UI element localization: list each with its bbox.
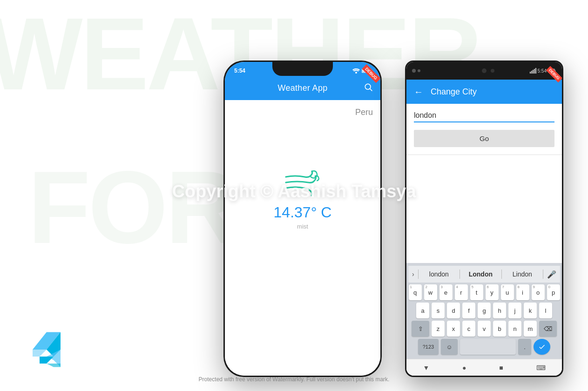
phone2-top-bar: 5:54 DEBUG [406,62,562,80]
keyboard-row-4: ?123 ☺ . [408,339,560,355]
phone2-status-left [412,69,420,73]
phone2-content: Go › london London Lindon [406,104,562,376]
phone2-app-title: Change City [431,87,477,97]
svg-marker-5 [47,364,61,367]
key-o[interactable]: 9o [532,284,545,300]
phone1-temperature: 14.37° C [274,204,332,221]
key-v[interactable]: v [478,321,491,337]
phone1-notch [272,62,333,76]
svg-rect-11 [530,72,531,74]
key-numbers[interactable]: ?123 [418,339,439,355]
phone2-app-bar: ← Change City [406,80,562,104]
content-spacer [406,155,562,263]
key-z[interactable]: z [432,321,445,337]
mic-icon[interactable]: 🎤 [543,270,560,279]
key-space[interactable] [460,339,516,355]
nav-recent-icon[interactable]: ■ [499,364,503,371]
phone2-wrapper: 5:54 DEBUG ← Change City [405,61,563,377]
svg-point-9 [365,84,371,89]
phone1-content: Peru 14.37° C mist [225,100,380,376]
phone2-camera [482,68,487,73]
key-g[interactable]: g [478,303,491,318]
phone2-screen: 5:54 DEBUG ← Change City [406,62,562,376]
phone2-time: 5:54 [538,68,547,74]
weather-icon-area: 14.37° C mist [232,169,373,230]
svg-line-10 [370,88,372,91]
key-j[interactable]: j [508,303,521,318]
svg-rect-12 [531,71,532,74]
svg-rect-15 [535,68,536,74]
keyboard-row-3: ⇧ z x c v b n m ⌫ [408,321,560,337]
key-enter[interactable] [534,339,550,355]
suggestions-expand[interactable]: › [408,270,418,278]
key-q[interactable]: 1q [409,284,422,300]
phone1-app-bar: Weather App [225,76,380,100]
key-f[interactable]: f [462,303,475,318]
key-i[interactable]: 8i [516,284,529,300]
bg-watermark-for: FOR [28,149,237,267]
key-m[interactable]: m [524,321,537,337]
nav-home-icon[interactable]: ● [462,364,466,371]
svg-point-6 [355,72,357,74]
phone2-frame: 5:54 DEBUG ← Change City [405,61,563,377]
key-t[interactable]: 5t [470,284,483,300]
suggestion-london-proper[interactable]: London [460,268,501,281]
key-n[interactable]: n [508,321,521,337]
suggestion-london-lower[interactable]: london [419,268,460,281]
key-s[interactable]: s [432,303,445,318]
keyboard-row-2: a s d f g h j k l [408,303,560,318]
search-icon[interactable] [364,82,373,94]
key-r[interactable]: 4r [455,284,468,300]
phone2-input-area: Go [406,104,562,155]
wind-icon [284,169,321,196]
phone1-app-title: Weather App [277,83,327,93]
key-d[interactable]: d [447,303,460,318]
phone1-wrapper: DEBUG 5:54 [223,61,382,377]
key-l[interactable]: l [539,303,552,318]
phone1-frame: DEBUG 5:54 [223,61,382,377]
svg-rect-13 [533,70,534,74]
phone1-city: Peru [355,108,373,117]
keyboard-row-1: 1q 2w 3e 4r 5t 6y 7u 8i 9o 0p [408,284,560,300]
key-k[interactable]: k [524,303,537,318]
key-x[interactable]: x [447,321,460,337]
nav-keyboard-icon[interactable]: ⌨ [536,364,546,371]
key-shift[interactable]: ⇧ [412,321,429,337]
key-p[interactable]: 0p [547,284,560,300]
svg-rect-14 [534,69,535,74]
back-icon[interactable]: ← [414,87,423,97]
key-w[interactable]: 2w [424,284,437,300]
svg-marker-4 [40,357,54,364]
phone1-screen: DEBUG 5:54 [225,62,380,376]
phone2-nav-bar: ▼ ● ■ ⌨ [406,359,562,376]
key-e[interactable]: 3e [439,284,453,300]
keyboard: › london London Lindon 🎤 1q 2w [406,263,562,359]
key-h[interactable]: h [493,303,506,318]
key-delete[interactable]: ⌫ [539,321,557,337]
flutter-logo [26,329,68,372]
key-c[interactable]: c [462,321,475,337]
svg-marker-3 [33,350,47,357]
phone2-camera-secondary [491,69,494,73]
go-button[interactable]: Go [414,130,554,147]
key-a[interactable]: a [416,303,429,318]
keyboard-suggestions: › london London Lindon 🎤 [408,266,560,283]
city-input[interactable] [414,111,554,122]
key-y[interactable]: 6y [486,284,499,300]
key-u[interactable]: 7u [501,284,514,300]
key-period[interactable]: . [518,339,531,355]
phone1-condition: mist [297,223,308,230]
key-emoji[interactable]: ☺ [441,339,458,355]
nav-back-icon[interactable]: ▼ [423,364,429,371]
key-b[interactable]: b [493,321,506,337]
suggestion-lindon[interactable]: Lindon [502,268,543,281]
watermark-footer: Protected with free version of Watermark… [199,376,390,383]
phone1-time: 5:54 [234,67,245,74]
